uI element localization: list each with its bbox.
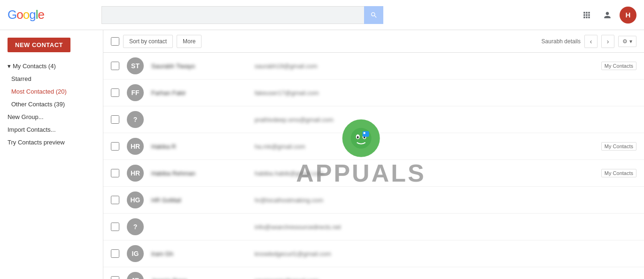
header-right: H bbox=[578, 7, 636, 24]
contact-row[interactable]: IG Iram Gh knowledgecurl1@gmail.com bbox=[103, 240, 644, 267]
contact-avatar: ? bbox=[127, 111, 144, 128]
collapse-icon: ▾ bbox=[8, 63, 11, 70]
contact-checkbox[interactable] bbox=[111, 115, 119, 124]
contact-name: Iram Gh bbox=[151, 250, 255, 257]
contact-checkbox[interactable] bbox=[111, 62, 119, 70]
contact-email: ranajaseria@gmail.com bbox=[255, 277, 636, 279]
user-avatar[interactable]: H bbox=[620, 7, 636, 24]
logo-e: e bbox=[38, 8, 44, 22]
google-logo: Google bbox=[8, 8, 101, 22]
sidebar: NEW CONTACT ▾ My Contacts (4) Starred Mo… bbox=[0, 30, 103, 279]
contact-name: HR GoMail bbox=[151, 197, 255, 204]
search-bar bbox=[101, 6, 383, 24]
contact-email: fakeuser17@gmail.com bbox=[255, 89, 636, 96]
sidebar-try-contacts-preview[interactable]: Try Contacts preview bbox=[0, 136, 103, 149]
account-button[interactable] bbox=[599, 7, 616, 24]
my-contacts-section[interactable]: ▾ My Contacts (4) bbox=[0, 60, 103, 72]
contact-email: hr@localhostmaking.com bbox=[255, 197, 636, 204]
settings-dropdown-icon: ▾ bbox=[629, 38, 632, 45]
logo-g: G bbox=[8, 8, 16, 22]
contact-list: ST Saurabh Tiwayo saurabh19@gmail.com My… bbox=[103, 53, 644, 279]
settings-button[interactable]: ⚙ ▾ bbox=[618, 36, 636, 47]
contact-checkbox[interactable] bbox=[111, 142, 119, 151]
sidebar-item-starred[interactable]: Starred bbox=[0, 72, 103, 85]
contact-row[interactable]: HR Hakika R ha.mk@gmail.com My Contacts bbox=[103, 133, 644, 160]
contact-tag: My Contacts bbox=[601, 142, 636, 151]
contact-name: Farhan Fakir bbox=[151, 89, 255, 96]
search-input[interactable] bbox=[101, 6, 364, 24]
contact-row[interactable]: HR Habiba Rehman habiba.habib@gmail.com … bbox=[103, 160, 644, 187]
sidebar-item-other-contacts[interactable]: Other Contacts (39) bbox=[0, 98, 103, 111]
account-icon bbox=[603, 10, 612, 20]
contact-avatar: ? bbox=[127, 218, 144, 235]
apps-icon bbox=[582, 10, 591, 20]
contact-row[interactable]: FF Farhan Fakir fakeuser17@gmail.com bbox=[103, 80, 644, 106]
contact-row[interactable]: ? prathivdeep.sms@gmail.com bbox=[103, 106, 644, 133]
contact-avatar: IG bbox=[127, 245, 144, 262]
sort-by-button[interactable]: Sort by contact bbox=[123, 35, 173, 48]
contact-checkbox[interactable] bbox=[111, 276, 119, 279]
contact-tag: My Contacts bbox=[601, 169, 636, 177]
header: Google H bbox=[0, 0, 644, 30]
more-button[interactable]: More bbox=[177, 35, 202, 48]
contact-avatar: JR bbox=[127, 272, 144, 279]
search-button[interactable] bbox=[364, 6, 383, 24]
contact-name: Saurabh Tiwayo bbox=[151, 63, 255, 70]
contact-avatar: HG bbox=[127, 191, 144, 208]
contact-checkbox[interactable] bbox=[111, 223, 119, 231]
contact-checkbox[interactable] bbox=[111, 169, 119, 177]
contact-email: knowledgecurl1@gmail.com bbox=[255, 250, 636, 257]
contact-name: Habiba Rehman bbox=[151, 170, 255, 177]
toolbar: Sort by contact More Saurabh details ‹ ›… bbox=[103, 30, 644, 53]
contact-name: Hakika R bbox=[151, 143, 255, 150]
contact-email: saurabh19@gmail.com bbox=[255, 63, 597, 70]
contact-avatar: FF bbox=[127, 84, 144, 101]
sidebar-import-contacts[interactable]: Import Contacts... bbox=[0, 123, 103, 136]
contact-avatar: HR bbox=[127, 165, 144, 182]
contact-row[interactable]: ? info@searchresourcedirects.net bbox=[103, 214, 644, 240]
contact-email: ha.mk@gmail.com bbox=[255, 143, 597, 150]
contact-row[interactable]: JR Jaseria Rana ranajaseria@gmail.com bbox=[103, 267, 644, 279]
contact-name: Jaseria Rana bbox=[151, 277, 255, 279]
logo-o1: o bbox=[16, 8, 23, 22]
sidebar-new-group[interactable]: New Group... bbox=[0, 111, 103, 123]
main-content: Sort by contact More Saurabh details ‹ ›… bbox=[103, 30, 644, 279]
contact-avatar: ST bbox=[127, 57, 144, 74]
main-layout: NEW CONTACT ▾ My Contacts (4) Starred Mo… bbox=[0, 30, 644, 279]
contact-email: info@searchresourcedirects.net bbox=[255, 223, 636, 231]
toolbar-right: Saurabh details ‹ › ⚙ ▾ bbox=[542, 35, 636, 48]
contact-checkbox[interactable] bbox=[111, 88, 119, 97]
contact-email: prathivdeep.sms@gmail.com bbox=[255, 116, 636, 123]
apps-button[interactable] bbox=[578, 7, 595, 24]
logo-g2: g bbox=[29, 8, 35, 22]
contact-row[interactable]: HG HR GoMail hr@localhostmaking.com bbox=[103, 187, 644, 214]
contact-row[interactable]: ST Saurabh Tiwayo saurabh19@gmail.com My… bbox=[103, 53, 644, 80]
sidebar-item-most-contacted[interactable]: Most Contacted (20) bbox=[0, 85, 103, 98]
contact-checkbox[interactable] bbox=[111, 196, 119, 204]
contact-checkbox[interactable] bbox=[111, 249, 119, 258]
page-info: Saurabh details bbox=[542, 38, 581, 45]
logo-o2: o bbox=[23, 8, 29, 22]
next-page-button[interactable]: › bbox=[601, 35, 614, 48]
new-contact-button[interactable]: NEW CONTACT bbox=[8, 38, 70, 52]
contact-tag: My Contacts bbox=[601, 62, 636, 70]
my-contacts-label: My Contacts (4) bbox=[13, 63, 56, 70]
contact-avatar: HR bbox=[127, 138, 144, 155]
prev-page-button[interactable]: ‹ bbox=[584, 35, 597, 48]
contact-email: habiba.habib@gmail.com bbox=[255, 170, 597, 177]
settings-icon: ⚙ bbox=[622, 38, 628, 45]
select-all-checkbox[interactable] bbox=[111, 37, 119, 46]
search-icon bbox=[370, 11, 378, 19]
